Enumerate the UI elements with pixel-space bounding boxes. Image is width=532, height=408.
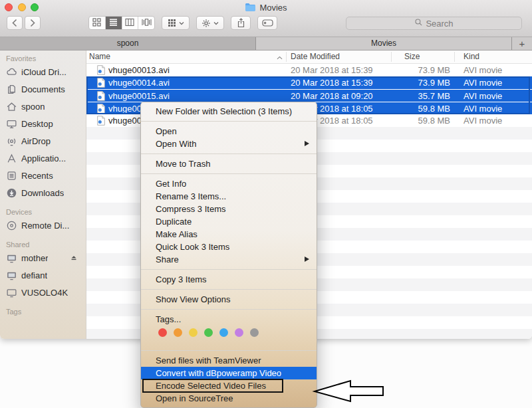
column-divider[interactable] (391, 52, 392, 62)
window-title: Movies (0, 2, 532, 13)
sidebar-item-vusolo4k[interactable]: VUSOLO4K (0, 284, 86, 301)
menu-item-rename-3-items[interactable]: Rename 3 Items... (141, 190, 317, 203)
tag-color-dot[interactable] (189, 328, 198, 337)
tag-color-dot[interactable] (158, 328, 167, 337)
file-date-modified: 20 Mar 2018 at 09:20 (291, 90, 373, 102)
column-header-date-modified[interactable]: Date Modified (291, 51, 340, 63)
sidebar-item-label: defiant (21, 270, 47, 280)
tag-color-dot[interactable] (204, 328, 213, 337)
column-header-kind[interactable]: Kind (464, 51, 479, 63)
eject-icon[interactable] (70, 254, 78, 262)
menu-item-convert-with-dbpoweramp-video[interactable]: Convert with dBpoweramp Video (141, 367, 317, 379)
home-icon (6, 101, 17, 112)
sidebar-item-icloud-dri[interactable]: iCloud Dri... (0, 63, 86, 80)
sidebar-item-documents[interactable]: Documents (0, 80, 86, 98)
arrange-menu-button[interactable] (162, 16, 190, 30)
file-row[interactable]: vhuge00014.avi20 Mar 2018 at 15:3973.9 M… (86, 76, 532, 89)
sidebar-item-label: Downloads (21, 188, 64, 198)
gear-icon (201, 19, 211, 28)
file-size: 73.9 MB (372, 64, 450, 76)
menu-item-get-info[interactable]: Get Info (141, 177, 317, 190)
sidebar-item-recents[interactable]: Recents (0, 167, 86, 184)
menu-separator (141, 269, 317, 270)
menu-item-open-in-sourcetree[interactable]: Open in SourceTree (141, 392, 317, 405)
column-view-button[interactable] (122, 17, 139, 29)
new-tab-button[interactable]: + (511, 37, 532, 50)
sidebar-section-label: Shared (0, 241, 86, 249)
grid-view-icon (92, 17, 101, 29)
menu-item-show-view-options[interactable]: Show View Options (141, 293, 317, 306)
menu-item-make-alias[interactable]: Make Alias (141, 228, 317, 241)
column-divider[interactable] (454, 52, 455, 62)
disc-icon (6, 220, 17, 231)
menu-separator (141, 121, 317, 122)
file-date-modified: 20 Mar 2018 at 15:39 (291, 76, 373, 89)
menu-item-compress-3-items[interactable]: Compress 3 Items (141, 203, 317, 215)
tags-button[interactable] (257, 16, 277, 30)
tag-color-dot[interactable] (235, 328, 243, 337)
search-input[interactable]: Search (346, 17, 522, 30)
menu-item-tags[interactable]: Tags... (141, 313, 317, 326)
menu-item-move-to-trash[interactable]: Move to Trash (141, 157, 317, 170)
share-button[interactable] (231, 16, 251, 30)
menu-item-share[interactable]: Share (141, 253, 317, 266)
sidebar-item-desktop[interactable]: Desktop (0, 115, 86, 132)
tag-color-dot[interactable] (174, 328, 182, 337)
sidebar-item-defiant[interactable]: defiant (0, 266, 86, 284)
sidebar-section: DevicesRemote Di... (0, 208, 86, 234)
search-icon (414, 18, 423, 29)
file-row[interactable]: vhuge00013.avi20 Mar 2018 at 15:3973.9 M… (86, 64, 532, 76)
tag-color-dot[interactable] (219, 328, 228, 337)
display-outline-icon (6, 287, 17, 298)
file-date-modified: 20 Mar 2018 at 15:39 (291, 64, 373, 76)
menu-item-copy-3-items[interactable]: Copy 3 Items (141, 273, 317, 286)
menu-separator (141, 153, 317, 154)
folder-icon (245, 3, 256, 13)
chevron-down-icon (179, 21, 184, 25)
documents-icon (6, 84, 17, 95)
menu-item-duplicate[interactable]: Duplicate (141, 215, 317, 228)
tab-movies[interactable]: Movies (256, 37, 511, 50)
sidebar-item-spoon[interactable]: spoon (0, 98, 86, 115)
menu-separator (141, 289, 317, 290)
menu-item-open[interactable]: Open (141, 125, 317, 138)
chevron-right-icon (29, 19, 36, 27)
menu-item-encode-selected-video-files[interactable]: Encode Selected Video Files (141, 379, 317, 392)
sidebar-item-applicatio[interactable]: Applicatio... (0, 150, 86, 167)
sidebar-item-airdrop[interactable]: AirDrop (0, 132, 86, 150)
sidebar-section-label: Favorites (0, 54, 86, 62)
tab-spoon[interactable]: spoon (0, 37, 256, 50)
file-row[interactable]: vhuge00015.avi20 Mar 2018 at 09:2035.7 M… (86, 89, 532, 102)
coverflow-view-button[interactable] (138, 17, 154, 29)
list-view-button[interactable] (106, 17, 122, 29)
back-button[interactable] (7, 16, 23, 30)
context-menu: New Folder with Selection (3 Items)OpenO… (140, 102, 317, 408)
menu-separator (141, 309, 317, 310)
sidebar-item-remote-di[interactable]: Remote Di... (0, 217, 86, 234)
sidebar-section: SharedmotherdefiantVUSOLO4K (0, 241, 86, 301)
tag-icon (262, 19, 273, 27)
action-gear-menu-button[interactable] (196, 16, 224, 30)
coverflow-view-icon (142, 17, 152, 29)
tag-color-dot[interactable] (250, 328, 259, 337)
sidebar-item-mother[interactable]: mother (0, 249, 86, 266)
tab-bar: spoon Movies + (0, 37, 532, 51)
sidebar-item-downloads[interactable]: Downloads (0, 184, 86, 201)
forward-button[interactable] (25, 16, 41, 30)
chevron-down-icon (213, 21, 219, 25)
title-bar: Movies (0, 0, 532, 37)
menu-item-new-folder-with-selection-3-items[interactable]: New Folder with Selection (3 Items) (141, 105, 317, 118)
file-name: vhuge00015.avi (108, 90, 170, 102)
file-kind: AVI movie (464, 102, 502, 115)
file-kind: AVI movie (464, 64, 502, 76)
icon-view-button[interactable] (89, 17, 106, 29)
column-header-size[interactable]: Size (404, 51, 420, 63)
column-divider[interactable] (286, 52, 287, 62)
column-header-name[interactable]: Name (89, 51, 110, 63)
avi-file-icon (97, 116, 105, 126)
sidebar-item-label: Documents (21, 84, 65, 94)
menu-item-send-files-with-teamviewer[interactable]: Send files with TeamViewer (141, 354, 317, 367)
submenu-arrow-icon (305, 141, 309, 146)
menu-item-open-with[interactable]: Open With (141, 138, 317, 150)
menu-item-quick-look-3-items[interactable]: Quick Look 3 Items (141, 241, 317, 253)
